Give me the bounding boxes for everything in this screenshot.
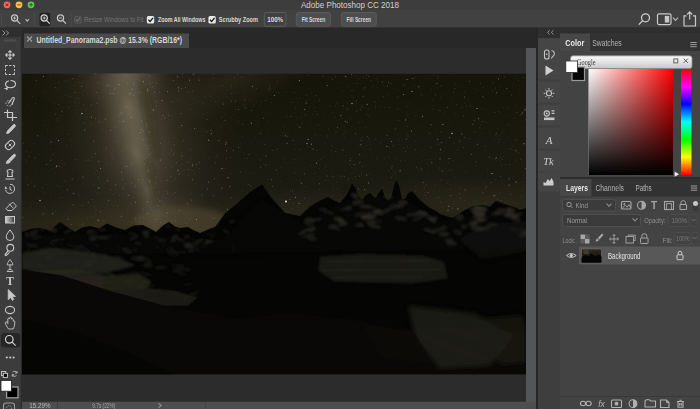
svg-text:Zoom All Windows: Zoom All Windows (158, 15, 205, 24)
svg-text:Adobe Photoshop CC 2018: Adobe Photoshop CC 2018 (301, 0, 399, 10)
svg-text:Fill Screen: Fill Screen (347, 15, 372, 24)
svg-text:Resize Windows to Fit: Resize Windows to Fit (84, 15, 144, 24)
svg-text:T: T (6, 275, 14, 287)
svg-text:Swatches: Swatches (592, 38, 621, 48)
svg-text:Channels: Channels (596, 183, 625, 193)
svg-text:100%: 100% (672, 216, 688, 225)
svg-text:Paths: Paths (636, 183, 652, 193)
svg-text:A: A (545, 134, 553, 146)
svg-text:Fit Screen: Fit Screen (302, 15, 326, 24)
svg-text:9.7s (22%): 9.7s (22%) (92, 402, 115, 409)
svg-text:15.29%: 15.29% (29, 402, 50, 409)
svg-text:Google: Google (577, 57, 596, 67)
svg-text:100%: 100% (676, 234, 690, 243)
svg-text:Scrubby Zoom: Scrubby Zoom (219, 15, 258, 24)
svg-text:Opacity:: Opacity: (644, 216, 665, 225)
svg-text:Color: Color (565, 38, 585, 48)
svg-text:100%: 100% (267, 15, 283, 24)
svg-text:Untitled_Panorama2.psb @ 15.3%: Untitled_Panorama2.psb @ 15.3% (RGB/16*) (37, 35, 183, 45)
svg-text:Background: Background (608, 252, 641, 261)
svg-text:Fill:: Fill: (663, 236, 673, 245)
svg-text:Kind: Kind (576, 201, 589, 210)
svg-text:Tk: Tk (543, 156, 554, 167)
svg-text:fx: fx (598, 399, 605, 409)
svg-text:Lock:: Lock: (563, 236, 576, 245)
svg-text:Layers: Layers (566, 183, 588, 193)
svg-text:Normal: Normal (567, 216, 587, 225)
svg-text:T: T (651, 200, 657, 211)
